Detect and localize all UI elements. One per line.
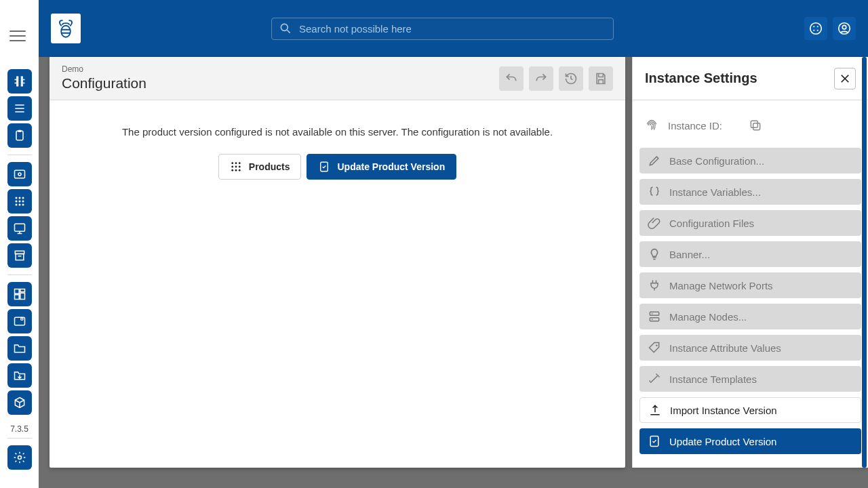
main-panel: Demo Configuration The product version c… [50,57,625,468]
svg-point-24 [281,24,288,30]
scrollbar[interactable] [862,57,867,468]
nav-cloud[interactable] [7,162,32,186]
fingerprint-icon [645,119,658,132]
search-input[interactable] [298,22,606,35]
history-icon [564,72,578,85]
plug-icon [648,279,661,292]
archive-icon [13,249,26,262]
topbar [39,0,868,57]
svg-rect-18 [20,293,24,299]
products-button-label: Products [249,161,290,172]
svg-point-27 [817,26,818,27]
action-label: Instance Variables... [669,186,761,198]
redo-button[interactable] [529,66,553,91]
bulb-icon [648,247,661,261]
hamburger-menu-icon[interactable] [9,26,30,46]
tag-icon [648,341,661,354]
svg-point-31 [842,25,846,29]
svg-point-29 [817,30,818,31]
nav-archive[interactable] [7,243,32,268]
action-label: Update Product Version [669,436,776,447]
search-icon [279,22,292,35]
action-templates: Instance Templates [639,366,861,392]
svg-point-34 [239,162,241,164]
action-base-config: Base Configuration... [639,148,861,174]
dashboard-icon [13,287,26,301]
update-product-version-button[interactable]: Update Product Version [307,154,456,180]
side-panel-title: Instance Settings [645,70,757,86]
wand-icon [648,372,661,386]
bee-logo-icon [54,17,77,40]
gear-icon [13,451,26,464]
svg-rect-13 [14,224,24,231]
nav-gear[interactable] [7,445,32,470]
nav-config[interactable] [7,69,32,94]
user-icon [837,21,852,36]
svg-point-40 [239,169,241,171]
svg-point-26 [813,26,814,27]
version-label: 7.3.5 [10,424,28,434]
copy-id-button[interactable] [747,117,764,134]
server-icon [648,310,661,323]
action-update[interactable]: Update Product Version [639,428,861,454]
nav-rail: 7.3.5 [0,0,39,488]
cloud-icon [13,167,26,181]
svg-point-3 [18,173,20,176]
svg-point-12 [22,204,24,206]
nav-list[interactable] [7,96,32,121]
nav-dashboard[interactable] [7,282,32,306]
action-label: Base Configuration... [669,155,764,167]
import-icon [13,369,26,382]
svg-point-47 [652,319,653,320]
copy-icon [749,119,762,132]
theme-button[interactable] [804,17,827,40]
svg-point-11 [18,204,20,206]
page-title: Configuration [62,75,146,92]
svg-point-23 [61,26,71,37]
save-button[interactable] [589,66,613,91]
nav-package[interactable] [7,390,32,415]
action-label: Configuration Files [669,218,754,229]
account-button[interactable] [833,17,856,40]
app-logo[interactable] [51,14,81,43]
nav-import[interactable] [7,363,32,388]
svg-point-4 [15,197,17,199]
folder-icon [13,342,26,355]
svg-point-5 [18,197,20,199]
nav-settings2[interactable] [7,309,32,333]
settings2-icon [13,314,26,328]
attach-icon [648,216,661,230]
action-import[interactable]: Import Instance Version [639,397,861,423]
action-label: Manage Network Ports [669,280,773,291]
action-label: Instance Attribute Values [669,342,781,354]
nav-clipboard[interactable] [7,123,32,148]
clipboard-icon [13,129,26,142]
svg-point-25 [810,23,822,35]
search-box[interactable] [271,18,614,40]
action-config-files: Configuration Files [639,210,861,236]
list-icon [13,102,26,115]
svg-rect-16 [14,289,19,294]
svg-point-38 [231,169,233,171]
action-label: Instance Templates [669,373,757,385]
products-button[interactable]: Products [218,154,302,180]
apps-icon [230,161,242,173]
svg-rect-19 [14,295,19,300]
svg-rect-44 [650,312,658,315]
svg-point-37 [239,166,241,168]
svg-point-48 [656,344,658,346]
history-button[interactable] [559,66,583,91]
nav-monitor[interactable] [7,216,32,241]
nav-folder[interactable] [7,336,32,361]
svg-rect-0 [16,131,23,140]
nav-grid[interactable] [7,189,32,214]
svg-rect-43 [751,121,757,127]
action-ports: Manage Network Ports [639,272,861,298]
svg-point-46 [652,313,653,314]
action-banner: Banner... [639,241,861,267]
instance-id-label: Instance ID: [668,120,722,131]
svg-point-39 [235,169,237,171]
close-panel-button[interactable] [834,68,856,89]
undo-button[interactable] [499,66,524,91]
action-label: Import Instance Version [670,405,777,416]
